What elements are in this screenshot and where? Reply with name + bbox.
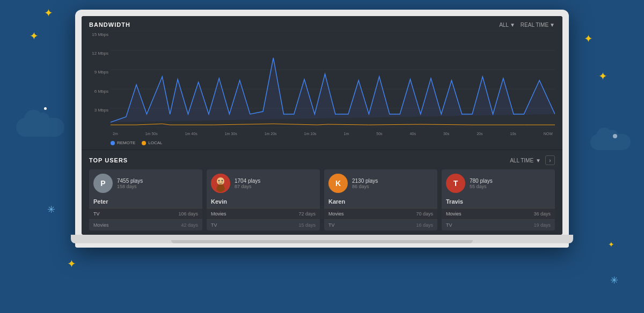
avatar-kevin	[211, 174, 230, 193]
karen-media1: Movies 70 days	[324, 208, 437, 219]
user-card-kevin[interactable]: 1704 plays 87 days Kevin Movies 72 days …	[207, 169, 320, 230]
avatar-travis: T	[446, 174, 465, 193]
laptop-screen: BANDWIDTH ALL ▼ REAL TIME ▼	[82, 16, 562, 235]
chart-svg	[111, 31, 555, 128]
decoration-dot	[44, 107, 47, 110]
karen-plays: 2130 plays	[352, 178, 433, 184]
realtime-filter-btn[interactable]: REAL TIME ▼	[521, 22, 555, 28]
top-users-title: TOP USERS	[89, 157, 128, 163]
user-card-peter[interactable]: P 7455 plays 158 days Peter TV 106 days	[89, 169, 202, 230]
user-card-karen[interactable]: K 2130 plays 86 days Karen Movies 70 day…	[324, 169, 437, 230]
peter-days: 158 days	[117, 184, 198, 189]
laptop: BANDWIDTH ALL ▼ REAL TIME ▼	[75, 10, 569, 297]
kevin-plays: 1704 plays	[235, 178, 316, 184]
bandwidth-controls: ALL ▼ REAL TIME ▼	[499, 22, 555, 28]
travis-media2: TV 19 days	[442, 219, 555, 230]
travis-plays: 780 plays	[470, 178, 551, 184]
avatar-karen: K	[328, 174, 348, 193]
dashboard: BANDWIDTH ALL ▼ REAL TIME ▼	[82, 16, 562, 235]
peter-plays: 7455 plays	[117, 178, 198, 184]
kevin-media1: Movies 72 days	[207, 208, 320, 219]
top-users-section: TOP USERS ALL TIME ▼ ›	[82, 150, 562, 235]
svg-point-9	[218, 180, 220, 182]
top-users-header: TOP USERS ALL TIME ▼ ›	[89, 155, 555, 165]
snowflake-icon: ✳	[47, 204, 55, 215]
sparkle-icon: ✦	[44, 6, 53, 19]
peter-name: Peter	[89, 196, 202, 208]
bandwidth-header: BANDWIDTH ALL ▼ REAL TIME ▼	[89, 21, 555, 28]
travis-days: 55 days	[470, 184, 551, 189]
next-arrow-btn[interactable]: ›	[545, 155, 555, 165]
cloud-decoration	[590, 134, 631, 150]
avatar-peter: P	[93, 174, 113, 193]
travis-name: Travis	[442, 196, 555, 208]
legend-remote: REMOTE	[111, 140, 135, 145]
snowflake-icon: ✳	[610, 274, 618, 286]
chart-y-axis: 15 Mbps 12 Mbps 9 Mbps 6 Mbps 3 Mbps	[89, 31, 111, 128]
bandwidth-title: BANDWIDTH	[89, 21, 130, 28]
bandwidth-section: BANDWIDTH ALL ▼ REAL TIME ▼	[82, 16, 562, 150]
peter-media1: TV 106 days	[89, 208, 202, 219]
sparkle-small-icon: ✦	[608, 240, 614, 249]
sparkle-icon: ✦	[598, 70, 608, 83]
svg-point-10	[222, 180, 223, 182]
karen-stats: 2130 plays 86 days	[352, 178, 433, 189]
karen-media2: TV 16 days	[324, 219, 437, 230]
bandwidth-chart: 15 Mbps 12 Mbps 9 Mbps 6 Mbps 3 Mbps	[89, 31, 555, 138]
remote-legend-dot	[111, 141, 115, 145]
kevin-stats: 1704 plays 87 days	[235, 178, 316, 189]
cloud-decoration	[16, 118, 64, 137]
user-cards-grid: P 7455 plays 158 days Peter TV 106 days	[89, 169, 555, 230]
chart-legend: REMOTE LOCAL	[89, 138, 555, 145]
peter-stats: 7455 plays 158 days	[117, 178, 198, 189]
peter-media2: Movies 42 days	[89, 219, 202, 230]
user-card-travis[interactable]: T 780 plays 55 days Travis Movies 36 day…	[442, 169, 555, 230]
local-legend-dot	[142, 141, 146, 145]
legend-local: LOCAL	[142, 140, 162, 145]
all-filter-btn[interactable]: ALL ▼	[499, 22, 515, 28]
kevin-days: 87 days	[235, 184, 316, 189]
kevin-media2: TV 15 days	[207, 219, 320, 230]
karen-name: Karen	[324, 196, 437, 208]
kevin-name: Kevin	[207, 196, 320, 208]
sparkle-icon: ✦	[30, 29, 39, 42]
travis-stats: 780 plays 55 days	[470, 178, 551, 189]
all-time-filter-btn[interactable]: ALL TIME ▼	[510, 158, 541, 163]
svg-rect-11	[217, 184, 224, 188]
sparkle-icon: ✦	[584, 32, 593, 45]
laptop-bezel: BANDWIDTH ALL ▼ REAL TIME ▼	[75, 10, 569, 248]
chart-x-axis: 2m 1m 50s 1m 40s 1m 30s 1m 20s 1m 10s 1m…	[111, 129, 555, 138]
karen-days: 86 days	[352, 184, 433, 189]
top-users-controls: ALL TIME ▼ ›	[510, 155, 555, 165]
laptop-base	[71, 235, 573, 243]
travis-media1: Movies 36 days	[442, 208, 555, 219]
